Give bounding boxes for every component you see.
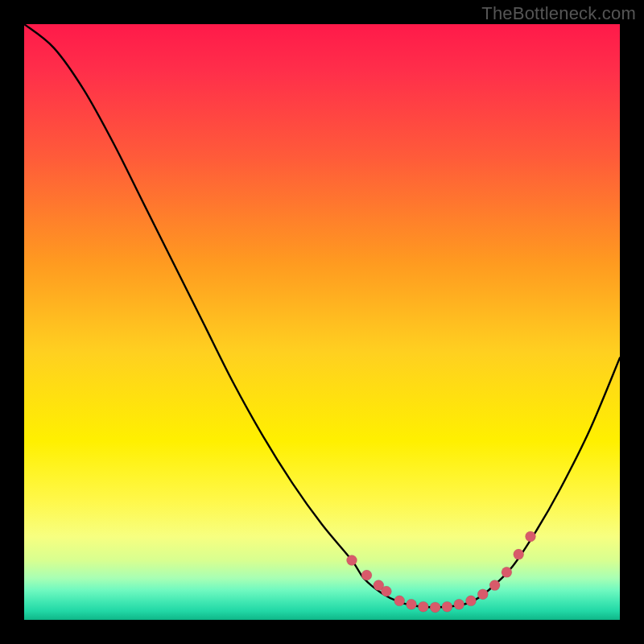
highlight-point (442, 601, 452, 612)
plot-area (24, 24, 620, 620)
highlight-point (418, 601, 428, 612)
highlight-point (489, 580, 500, 591)
highlight-point (526, 531, 536, 542)
bottleneck-curve (24, 24, 620, 607)
highlight-point (477, 589, 488, 600)
highlight-point (347, 555, 357, 566)
curve-layer (24, 24, 620, 620)
highlight-point (407, 599, 417, 609)
highlight-point (514, 549, 524, 559)
highlight-point (466, 596, 477, 606)
highlight-point (381, 586, 391, 597)
highlight-point (394, 596, 405, 606)
highlight-point (502, 567, 512, 577)
chart-frame: TheBottleneck.com (0, 0, 644, 644)
marker-group (347, 531, 536, 613)
watermark-label: TheBottleneck.com (481, 3, 636, 24)
highlight-point (430, 602, 440, 613)
highlight-point (361, 570, 372, 580)
highlight-point (454, 599, 464, 609)
